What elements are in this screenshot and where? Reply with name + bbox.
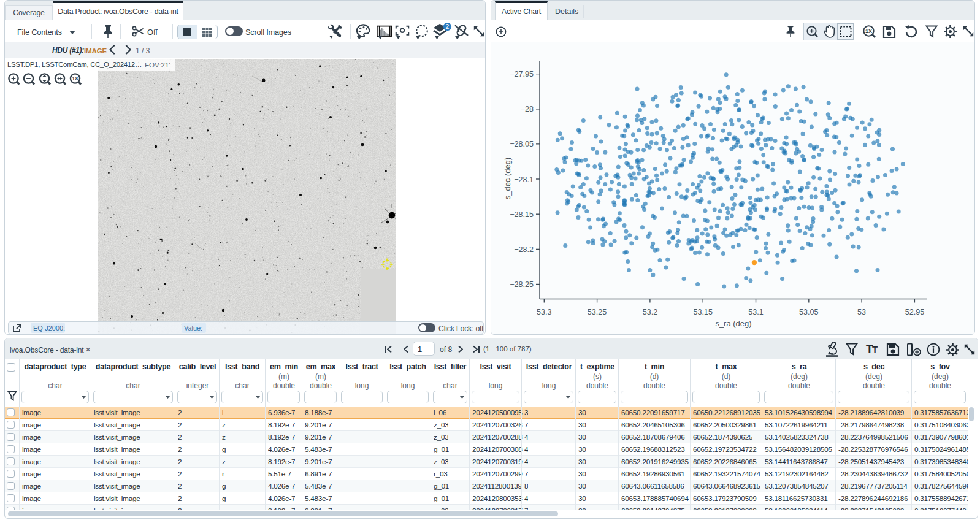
svg-text:1X: 1X: [865, 28, 872, 34]
svg-text:53.1: 53.1: [748, 308, 764, 316]
svg-text:−28.2: −28.2: [514, 245, 534, 254]
svg-text:53.25: 53.25: [588, 308, 607, 316]
svg-text:s_ra (deg): s_ra (deg): [715, 319, 751, 328]
svg-text:52.95: 52.95: [905, 308, 925, 316]
svg-text:s_dec (deg): s_dec (deg): [503, 158, 512, 200]
svg-text:53: 53: [857, 308, 866, 316]
svg-text:−28.1: −28.1: [514, 175, 534, 184]
svg-text:−27.95: −27.95: [510, 70, 534, 78]
svg-text:2: 2: [446, 23, 450, 30]
svg-text:−28: −28: [521, 105, 534, 113]
svg-text:53.2: 53.2: [643, 308, 658, 316]
svg-text:−28.15: −28.15: [510, 210, 534, 219]
svg-text:−28.05: −28.05: [510, 140, 534, 148]
svg-text:53.05: 53.05: [799, 308, 819, 316]
svg-text:53.15: 53.15: [693, 308, 713, 316]
svg-text:1X: 1X: [72, 75, 78, 82]
svg-text:−28.25: −28.25: [510, 280, 534, 289]
svg-text:53.3: 53.3: [537, 308, 552, 316]
